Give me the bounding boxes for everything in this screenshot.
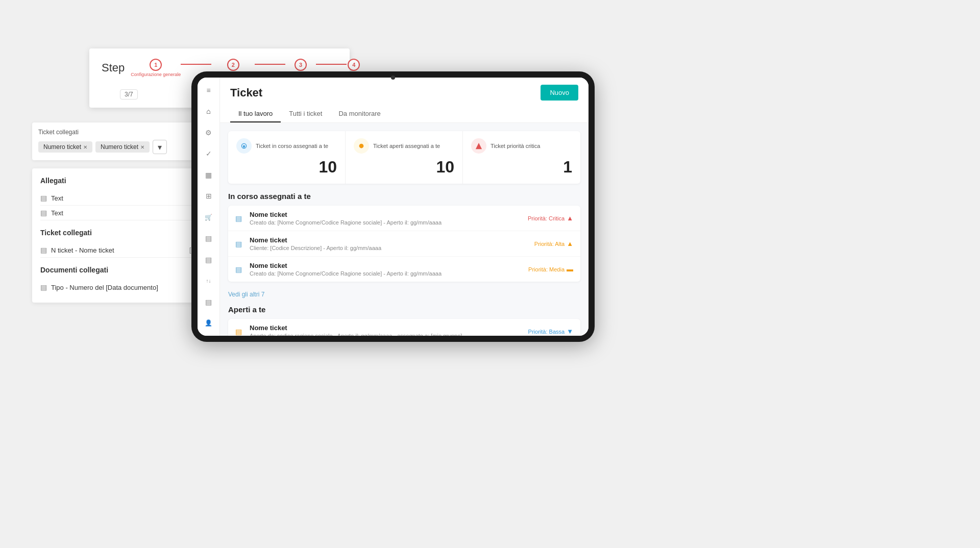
stats-row: Ticket in corso assegnati a te 10 Ticket…	[228, 131, 580, 184]
sidebar-icon-doc2[interactable]: ▤	[202, 253, 216, 266]
sidebar-icon-settings[interactable]: ⚙	[202, 126, 216, 139]
ticket-2-priority: Priorità: Alta ▲	[534, 240, 573, 247]
stat-2-value: 10	[354, 158, 454, 177]
sidebar-icon-doc1[interactable]: ▤	[202, 232, 216, 245]
tab-tutti-i-ticket[interactable]: Tutti i ticket	[281, 106, 330, 122]
sidebar-icon-people[interactable]: ⊞	[202, 190, 216, 203]
app-main: Ticket Nuovo Il tuo lavoro Tutti i ticke…	[220, 78, 589, 336]
content-area[interactable]: Ticket in corso assegnati a te 10 Ticket…	[220, 123, 589, 336]
ticket-tag-2-label: Numero ticket	[101, 143, 138, 151]
aperto-ticket-1-info: Nome ticket Aperto da: codice ragione so…	[250, 324, 523, 336]
topbar-row: Ticket Nuovo	[230, 85, 578, 101]
aperto-ticket-1-icon: ▤	[235, 328, 244, 336]
ticket-1-priority-label: Priorità: Critica	[528, 215, 565, 221]
ticket-2-priority-label: Priorità: Alta	[534, 241, 565, 247]
ticket-2-priority-icon: ▲	[567, 240, 573, 247]
aperto-ticket-1-name: Nome ticket	[250, 324, 523, 332]
aperto-ticket-1-priority-label: Priorità: Bassa	[528, 329, 565, 335]
sidebar-icon-tasks[interactable]: ✓	[202, 147, 216, 161]
ticket-tag-1-close[interactable]: ✕	[83, 144, 87, 150]
stat-card-aperti: Ticket aperti assegnati a te 10	[346, 131, 463, 184]
svg-point-0	[359, 144, 364, 148]
stat-1-header: Ticket in corso assegnati a te	[236, 138, 337, 154]
aperto-ticket-1-priority-icon: ▼	[567, 328, 573, 335]
step-4-circle[interactable]: 4	[348, 59, 360, 71]
page-title: Ticket	[230, 86, 262, 99]
sidebar-icon-cart[interactable]: 🛒	[202, 211, 216, 224]
ticket-tag-dropdown[interactable]: ▾	[153, 140, 167, 154]
tab-il-tuo-lavoro[interactable]: Il tuo lavoro	[230, 106, 281, 122]
tab-da-monitorare[interactable]: Da monitorare	[330, 106, 388, 122]
aperti-section-title: Aperti a te	[228, 305, 580, 314]
linked-ticket-icon: ▤	[40, 246, 47, 254]
ticket-item-1[interactable]: ▤ Nome ticket Creato da: [Nome Cognome/C…	[228, 206, 580, 231]
tablet-camera	[391, 76, 395, 80]
doc-icon-1: ▤	[40, 283, 47, 291]
app-sidebar: ≡ ⌂ ⚙ ✓ ▦ ⊞ 🛒 ▤ ▤ ↑↓ ▤ 👤	[198, 78, 220, 336]
ticket-tag-2-close[interactable]: ✕	[140, 144, 144, 150]
stat-1-value: 10	[236, 158, 337, 177]
ticket-3-name: Nome ticket	[250, 262, 523, 269]
ticket-item-3[interactable]: ▤ Nome ticket Creato da: [Nome Cognome/C…	[228, 257, 580, 282]
tablet-device: ≡ ⌂ ⚙ ✓ ▦ ⊞ 🛒 ▤ ▤ ↑↓ ▤ 👤 Ticket Nuovo Il…	[191, 71, 595, 342]
ticket-2-meta: Cliente: [Codice Descrizione] - Aperto i…	[250, 245, 529, 251]
sidebar-icon-menu[interactable]: ≡	[202, 84, 216, 97]
nuovo-button[interactable]: Nuovo	[541, 85, 578, 101]
sidebar-icon-user[interactable]: 👤	[202, 317, 216, 330]
step-3-circle[interactable]: 3	[295, 59, 307, 71]
stat-card-critica: Ticket priorità critica 1	[463, 131, 580, 184]
stat-3-header: Ticket priorità critica	[471, 138, 572, 154]
ticket-2-name: Nome ticket	[250, 236, 529, 244]
tablet-screen: ≡ ⌂ ⚙ ✓ ▦ ⊞ 🛒 ▤ ▤ ↑↓ ▤ 👤 Ticket Nuovo Il…	[198, 78, 589, 336]
sidebar-icon-transfer[interactable]: ↑↓	[202, 275, 216, 288]
ticket-tag-1[interactable]: Numero ticket ✕	[38, 141, 92, 153]
linked-ticket-name-1: N ticket - Nome ticket	[51, 246, 185, 254]
in-corso-ticket-list: ▤ Nome ticket Creato da: [Nome Cognome/C…	[228, 206, 580, 282]
ticket-3-priority-icon: ▬	[567, 265, 573, 273]
ticket-1-name: Nome ticket	[250, 211, 523, 218]
file-name-1: Text	[51, 194, 215, 202]
ticket-1-meta: Creato da: [Nome Cognome/Codice Ragione …	[250, 219, 523, 226]
file-icon-1: ▤	[40, 194, 47, 202]
file-name-2: Text	[51, 209, 215, 217]
file-icon-2: ▤	[40, 209, 47, 217]
aperto-ticket-1-priority: Priorità: Bassa ▼	[528, 328, 573, 335]
ticket-2-icon: ▤	[235, 240, 244, 248]
ticket-3-meta: Creato da: [Nome Cognome/Codice Ragione …	[250, 270, 523, 277]
sidebar-icon-doc3[interactable]: ▤	[202, 295, 216, 309]
sidebar-icon-grid[interactable]: ▦	[202, 168, 216, 182]
ticket-item-2[interactable]: ▤ Nome ticket Cliente: [Codice Descrizio…	[228, 231, 580, 257]
doc-name-1: Tipo - Numero del [Data documento]	[51, 284, 158, 291]
stat-2-icon	[354, 138, 369, 154]
ticket-3-info: Nome ticket Creato da: [Nome Cognome/Cod…	[250, 262, 523, 277]
stat-3-label: Ticket priorità critica	[491, 143, 540, 149]
sidebar-icon-home[interactable]: ⌂	[202, 105, 216, 118]
ticket-1-info: Nome ticket Creato da: [Nome Cognome/Cod…	[250, 211, 523, 226]
ticket-1-icon: ▤	[235, 214, 244, 222]
step-2-circle[interactable]: 2	[227, 59, 239, 71]
stat-3-icon	[471, 138, 486, 154]
stat-1-label: Ticket in corso assegnati a te	[256, 143, 328, 149]
see-more-link[interactable]: Vedi gli altri 7	[228, 288, 580, 301]
ticket-2-info: Nome ticket Cliente: [Codice Descrizione…	[250, 236, 529, 251]
ticket-1-priority-icon: ▲	[567, 214, 573, 222]
ticket-3-priority-label: Priorità: Media	[528, 266, 565, 272]
stat-3-value: 1	[471, 158, 572, 177]
aperti-ticket-list: ▤ Nome ticket Aperto da: codice ragione …	[228, 319, 580, 336]
step-1-label: Configurazione generale	[131, 72, 181, 77]
ticket-3-icon: ▤	[235, 265, 244, 273]
stat-1-icon	[236, 138, 252, 154]
aperto-ticket-item-1[interactable]: ▤ Nome ticket Aperto da: codice ragione …	[228, 319, 580, 336]
wizard-counter: 3/7	[120, 89, 138, 99]
stat-2-header: Ticket aperti assegnati a te	[354, 138, 454, 154]
ticket-1-priority: Priorità: Critica ▲	[528, 214, 573, 222]
stat-2-label: Ticket aperti assegnati a te	[373, 143, 440, 149]
step-1-circle[interactable]: 1	[150, 59, 162, 71]
in-corso-section-title: In corso assegnati a te	[228, 192, 580, 201]
ticket-3-priority: Priorità: Media ▬	[528, 265, 573, 273]
stat-card-in-corso: Ticket in corso assegnati a te 10	[228, 131, 346, 184]
app-topbar: Ticket Nuovo Il tuo lavoro Tutti i ticke…	[220, 78, 589, 123]
ticket-tag-2[interactable]: Numero ticket ✕	[95, 141, 150, 153]
aperto-ticket-1-meta: Aperto da: codice ragione sociale - Aper…	[250, 333, 523, 336]
wizard-title: Step	[102, 61, 125, 74]
